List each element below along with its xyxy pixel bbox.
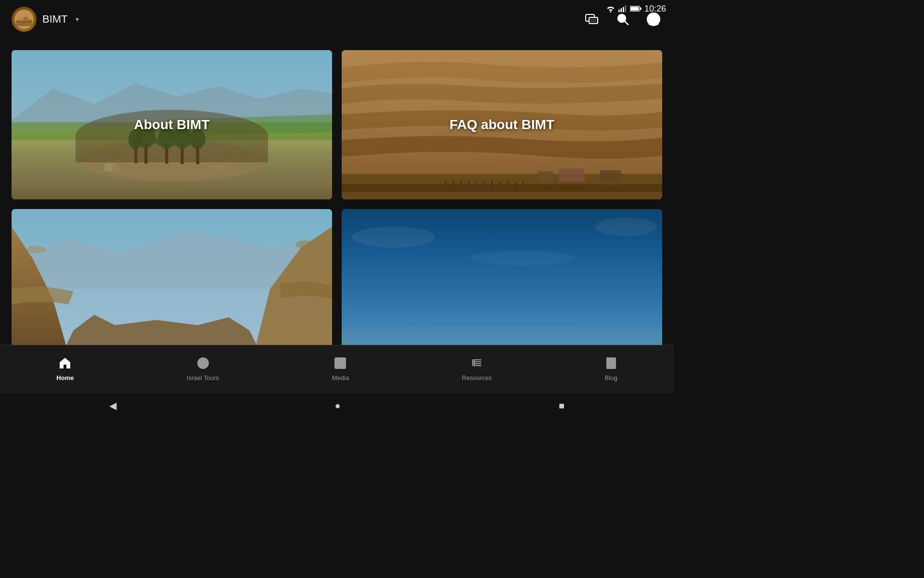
app-title: BIMT — [42, 13, 68, 26]
book-icon — [605, 357, 617, 371]
svg-rect-77 — [607, 358, 608, 368]
faq-bimt-card[interactable]: FAQ about BIMT — [342, 50, 662, 199]
israel-tours-label: Israel Tours — [187, 374, 219, 381]
system-nav: ◀ ● ■ — [0, 393, 674, 418]
play-icon — [334, 357, 346, 371]
faq-bimt-label: FAQ about BIMT — [442, 109, 562, 140]
status-time: 10:26 — [644, 4, 666, 14]
card-label-2: FAQ about BIMT — [342, 50, 662, 199]
card-label-3 — [12, 209, 332, 358]
bottom-right-card[interactable] — [342, 209, 662, 358]
signal-icon — [618, 5, 627, 13]
svg-rect-6 — [640, 7, 642, 10]
home-label: Home — [56, 374, 74, 381]
svg-rect-2 — [620, 8, 622, 12]
logo-image — [12, 7, 37, 32]
blog-label: Blog — [605, 374, 617, 381]
nav-blog[interactable]: Blog — [595, 353, 627, 385]
app-bar-left: BIMT ▾ — [12, 7, 583, 32]
card-grid: About BIMT — [0, 39, 674, 370]
nav-israel-tours[interactable]: Israel Tours — [177, 353, 229, 385]
battery-icon — [630, 5, 642, 12]
list-icon — [471, 357, 483, 371]
back-button[interactable]: ◀ — [109, 400, 116, 411]
svg-line-18 — [625, 21, 628, 25]
media-label: Media — [332, 374, 349, 381]
card-label-1: About BIMT — [12, 50, 332, 199]
about-bimt-label: About BIMT — [126, 109, 217, 140]
nav-resources[interactable]: Resources — [452, 353, 501, 385]
svg-rect-3 — [623, 7, 624, 12]
nav-home[interactable]: Home — [47, 353, 83, 385]
home-button[interactable]: ● — [334, 400, 340, 411]
bottom-right-label — [494, 276, 510, 291]
home-icon — [59, 357, 71, 371]
svg-rect-1 — [618, 10, 620, 12]
svg-rect-16 — [590, 18, 597, 23]
resources-label: Resources — [462, 374, 492, 381]
svg-rect-7 — [630, 7, 639, 11]
svg-rect-13 — [15, 21, 33, 22]
globe-icon — [197, 357, 209, 371]
card-label-4 — [342, 209, 662, 358]
svg-rect-4 — [625, 5, 626, 12]
bottom-left-card[interactable] — [12, 209, 332, 358]
wifi-icon — [606, 5, 616, 13]
dropdown-icon[interactable]: ▾ — [76, 15, 79, 23]
about-bimt-card[interactable]: About BIMT — [12, 50, 332, 199]
status-icons: 10:26 — [606, 4, 666, 14]
bottom-nav: Home Israel Tours Media — [0, 345, 674, 393]
svg-point-0 — [610, 11, 611, 13]
recent-button[interactable]: ■ — [559, 400, 565, 411]
nav-media[interactable]: Media — [322, 353, 359, 385]
app-bar: BIMT ▾ — [0, 0, 674, 39]
status-bar: 10:26 — [578, 0, 674, 17]
bottom-left-label — [164, 276, 180, 291]
app-logo[interactable] — [12, 7, 37, 32]
